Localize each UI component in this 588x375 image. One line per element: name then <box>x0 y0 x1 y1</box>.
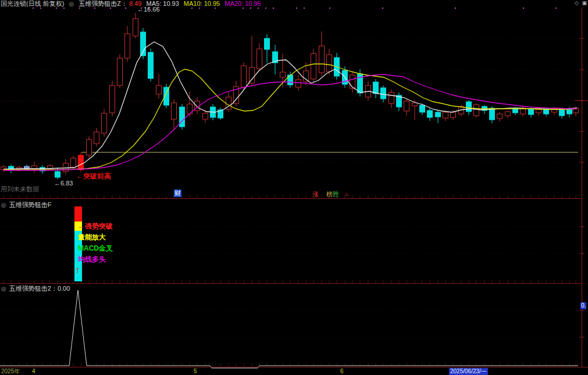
right-axis-line <box>582 7 582 367</box>
axis-label: 6 <box>340 368 344 375</box>
axis-label: 4 <box>32 368 35 375</box>
ma5-value: MA5: 10.93 <box>147 0 179 7</box>
buy-signal-label: ←突破前高 <box>76 172 111 181</box>
panel3-indicator-name[interactable]: 五维强势狙击2： <box>9 285 58 292</box>
low-price-label: ←6.83 <box>54 180 73 187</box>
panel3-right-axis-value: 0. <box>580 302 586 309</box>
panel2-indicator-name[interactable]: 五维强势狙击F <box>9 201 52 208</box>
ticker-badge-cai[interactable]: 财 <box>174 190 181 197</box>
panel3-settings-icon[interactable]: ◎ <box>1 285 6 292</box>
ma20-value: MA20: 10.95 <box>224 0 261 7</box>
ticker-bang: 榜 <box>326 191 333 198</box>
diamond-icon[interactable]: ◇ <box>575 0 579 6</box>
ma10-value: MA10: 10.95 <box>184 0 220 7</box>
panel2-settings-icon[interactable]: ◎ <box>1 202 6 208</box>
up-arrow-icon: ↑ <box>75 265 80 276</box>
header-bar: 国光连锁(日线 前复权) ◎ 五维强势狙击Z： 8.49 MA5: 10.93 … <box>1 0 264 7</box>
signal-text: ←强势突破 <box>78 222 113 231</box>
panel2-title: ◎ 五维强势狙击F <box>1 201 52 209</box>
ticker-zhang: 涨 <box>312 190 319 199</box>
future-data-note: 用到未来数据 <box>1 185 39 194</box>
main-indicator-value: 8.49 <box>129 0 141 7</box>
ticker-sheng: 胜 <box>333 191 339 198</box>
panel3-title: ◎ 五维强势狙击2：0.00 <box>1 284 70 293</box>
chart-canvas[interactable] <box>0 0 588 375</box>
main-indicator-label: 五维强势狙击Z： <box>79 0 127 7</box>
axis-label: 2025/06/23/一 <box>449 368 488 375</box>
window-controls: ◇ ▣ <box>573 0 587 6</box>
signal-text: MACD金叉 <box>78 244 113 253</box>
axis-label: 2025年 <box>1 368 20 375</box>
axis-label: 5 <box>194 368 197 375</box>
panel-separator-1 <box>0 198 582 199</box>
signal-text: 量能放大 <box>78 233 106 242</box>
trading-app-window: 国光连锁(日线 前复权) ◎ 五维强势狙击Z： 8.49 MA5: 10.93 … <box>0 0 588 375</box>
panel3-indicator-value: 0.00 <box>58 285 70 292</box>
window-icon[interactable]: ▣ <box>582 0 587 6</box>
indicator-settings-icon[interactable]: ◎ <box>69 1 74 7</box>
panel-separator-3 <box>0 367 588 367</box>
stock-title[interactable]: 国光连锁(日线 前复权) <box>1 0 64 7</box>
flame-icon: ♨ <box>344 191 349 197</box>
ticker-bangsheng: 榜胜 <box>326 190 339 199</box>
panel-separator-2 <box>0 283 582 284</box>
signal-text: 均线多头 <box>78 255 106 265</box>
